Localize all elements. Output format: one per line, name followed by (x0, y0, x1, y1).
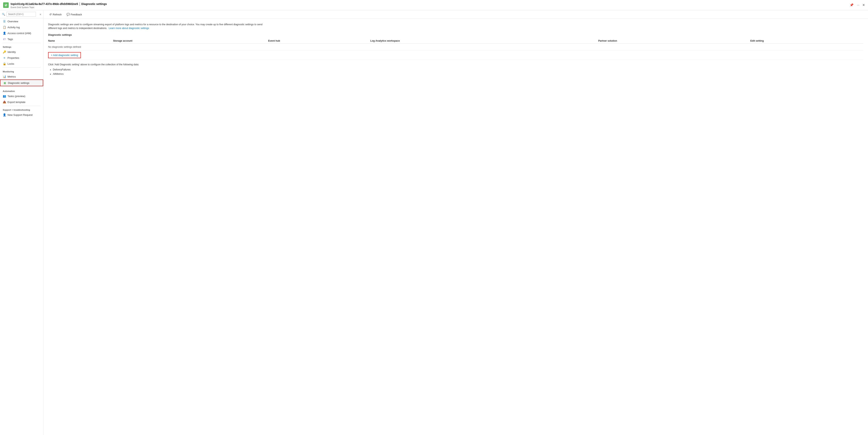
main-layout: 🔍 « ☰ Overview 📋 Activity log 👤 Access c… (0, 10, 868, 435)
identity-icon: 🔑 (3, 50, 6, 54)
col-log-analytics: Log Analytics workspace (370, 38, 598, 43)
diagnostic-settings-section-title: Diagnostic settings (48, 33, 863, 36)
sidebar-item-activity-log[interactable]: 📋 Activity log (0, 24, 43, 30)
resource-name: topic01stg-811a624a-8a77-437e-89de-dfeb5… (11, 2, 78, 5)
automation-divider (3, 87, 40, 87)
list-item-delivery-failures: DeliveryFailures (53, 67, 863, 72)
sidebar-item-tags[interactable]: 🏷 Tags (0, 36, 43, 42)
data-items-list: DeliveryFailures AllMetrics (48, 67, 863, 76)
sidebar-item-iam[interactable]: 👤 Access control (IAM) (0, 30, 43, 36)
page-header: topic01stg-811a624a-8a77-437e-89de-dfeb5… (0, 0, 868, 10)
page-content: Diagnostic settings are used to configur… (43, 19, 868, 80)
table-body: No diagnostic settings defined + Add dia… (48, 43, 863, 60)
content-area: ↺ Refresh 💬 Feedback Diagnostic settings… (43, 10, 868, 435)
sidebar-item-label: New Support Request (7, 114, 33, 116)
support-request-icon: 👤 (3, 113, 6, 116)
table-header: Name Storage account Event hub Log Analy… (48, 38, 863, 43)
sidebar-item-label: Export template (7, 101, 26, 103)
collapse-button[interactable]: « (40, 12, 41, 16)
list-item-all-metrics: AllMetrics (53, 72, 863, 76)
resource-type: Event Grid System Topic (11, 6, 107, 8)
sidebar-item-properties[interactable]: ≡ Properties (0, 55, 43, 61)
add-setting-cell: + Add diagnostic setting (48, 50, 863, 60)
sidebar: 🔍 « ☰ Overview 📋 Activity log 👤 Access c… (0, 10, 43, 435)
sidebar-item-diagnostic-settings[interactable]: ▣ Diagnostic settings (0, 80, 43, 86)
pin-icon[interactable]: 📌 (850, 3, 854, 7)
feedback-icon: 💬 (66, 13, 70, 16)
add-setting-row: + Add diagnostic setting (48, 50, 863, 60)
sidebar-item-metrics[interactable]: 📊 Metrics (0, 73, 43, 80)
settings-divider (3, 43, 40, 43)
tags-icon: 🏷 (3, 37, 6, 41)
sidebar-item-label: Locks (7, 62, 14, 65)
col-storage: Storage account (113, 38, 268, 43)
close-button[interactable]: × (863, 3, 865, 7)
tasks-icon: 👥 (3, 94, 6, 98)
no-settings-text: No diagnostic settings defined (48, 43, 863, 50)
header-title-block: topic01stg-811a624a-8a77-437e-89de-dfeb5… (11, 2, 107, 8)
feedback-button[interactable]: 💬 Feedback (64, 12, 84, 17)
monitoring-divider (3, 67, 40, 68)
search-input[interactable] (6, 12, 36, 17)
col-partner: Partner solution (598, 38, 750, 43)
col-name: Name (48, 38, 113, 43)
diagnostic-settings-table: Name Storage account Event hub Log Analy… (48, 38, 863, 60)
sidebar-item-label: Overview (7, 20, 18, 23)
resource-icon (3, 2, 9, 8)
diagnostic-settings-icon: ▣ (3, 81, 6, 85)
sidebar-item-tasks[interactable]: 👥 Tasks (preview) (0, 93, 43, 99)
page-title: Diagnostic settings (81, 2, 107, 5)
sidebar-item-label: Activity log (7, 26, 20, 29)
sidebar-item-overview[interactable]: ☰ Overview (0, 18, 43, 24)
sidebar-item-label: Metrics (7, 75, 16, 78)
refresh-button[interactable]: ↺ Refresh (48, 12, 64, 17)
add-diagnostic-setting-link[interactable]: + Add diagnostic setting (48, 52, 81, 58)
refresh-icon: ↺ (49, 13, 52, 16)
sidebar-item-label: Identity (7, 51, 16, 54)
iam-icon: 👤 (3, 32, 6, 35)
header-actions: 📌 ··· × (850, 3, 865, 7)
description-text: Diagnostic settings are used to configur… (48, 23, 265, 30)
refresh-label: Refresh (53, 13, 62, 16)
automation-section-label: Automation (0, 88, 43, 93)
search-bar: 🔍 « (0, 10, 43, 18)
col-edit: Edit setting (750, 38, 863, 43)
col-eventhub: Event hub (268, 38, 370, 43)
sidebar-item-label: Tags (7, 38, 13, 41)
locks-icon: 🔒 (3, 62, 6, 65)
sidebar-item-identity[interactable]: 🔑 Identity (0, 49, 43, 55)
settings-section-label: Settings (0, 44, 43, 49)
sidebar-item-label: Diagnostic settings (8, 82, 29, 85)
activity-log-icon: 📋 (3, 26, 6, 29)
properties-icon: ≡ (3, 56, 6, 59)
support-section-label: Support + troubleshooting (0, 107, 43, 112)
feedback-label: Feedback (71, 13, 82, 16)
learn-more-link[interactable]: Learn more about diagnostic settings (109, 27, 149, 30)
header-separator: | (79, 2, 80, 6)
more-icon[interactable]: ··· (857, 3, 859, 7)
export-template-icon: 📤 (3, 100, 6, 103)
sidebar-item-label: Tasks (preview) (7, 95, 25, 98)
sidebar-item-export-template[interactable]: 📤 Export template (0, 99, 43, 105)
metrics-icon: 📊 (3, 75, 6, 78)
sidebar-item-label: Properties (7, 56, 19, 59)
sidebar-item-label: Access control (IAM) (7, 32, 31, 35)
toolbar: ↺ Refresh 💬 Feedback (43, 10, 868, 19)
sidebar-item-new-support[interactable]: 👤 New Support Request (0, 112, 43, 118)
no-settings-row: No diagnostic settings defined (48, 43, 863, 50)
monitoring-section-label: Monitoring (0, 68, 43, 73)
configure-text: Click 'Add Diagnostic setting' above to … (48, 63, 863, 66)
search-icon: 🔍 (2, 13, 5, 16)
sidebar-item-locks[interactable]: 🔒 Locks (0, 61, 43, 67)
overview-icon: ☰ (3, 20, 6, 23)
